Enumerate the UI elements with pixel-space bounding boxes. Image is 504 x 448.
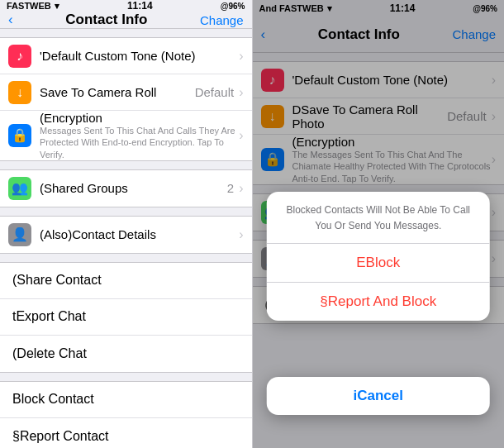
left-section-groups: 👥 (Shared Groups 2	[0, 169, 252, 207]
left-tone-content: 'Default Custom Tone (Note)	[40, 49, 239, 63]
left-tone-chevron	[239, 49, 243, 64]
left-carrier: FASTWEB	[7, 1, 51, 11]
left-wifi-icon: ▾	[55, 1, 59, 12]
music-icon	[17, 49, 23, 64]
left-plain-group2: Block Contact §Report Contact	[0, 381, 252, 448]
dialog-report-block-action[interactable]: §Report And Block	[267, 283, 490, 321]
left-row-export-chat[interactable]: tExport Chat	[0, 299, 252, 336]
left-share-contact-label: (Share Contact	[12, 273, 102, 288]
dialog-info-text: Blocked Contacts Will Not Be Able To Cal…	[286, 204, 470, 231]
left-tones-group: 'Default Custom Tone (Note) ↓ Save To Ca…	[0, 37, 252, 161]
left-plain-group1: (Share Contact tExport Chat (Delete Chat	[0, 262, 252, 373]
left-encryption-subtitle: Messages Sent To This Chat And Calls The…	[40, 125, 239, 160]
dialog-info: Blocked Contacts Will Not Be Able To Cal…	[267, 192, 490, 244]
left-groups-title: (Shared Groups	[40, 181, 227, 195]
dialog-report-block-label: §Report And Block	[320, 293, 436, 309]
left-row-encryption[interactable]: 🔒 (Encryption Messages Sent To This Chat…	[0, 111, 252, 160]
left-block-contact-label: Block Contact	[12, 392, 94, 407]
left-save-value: Default	[195, 85, 235, 99]
left-contact-details-group: 👤 (Also)Contact Details	[0, 216, 252, 254]
left-save-content: Save To Camera Roll	[40, 85, 195, 99]
dialog-cancel-action[interactable]: iCancel	[267, 377, 490, 415]
left-row-delete-chat[interactable]: (Delete Chat	[0, 336, 252, 372]
left-report-contact-label: §Report Contact	[12, 429, 109, 444]
dialog-cancel-label: iCancel	[354, 388, 403, 403]
left-groups-chevron	[239, 181, 243, 196]
left-row-shared-groups[interactable]: 👥 (Shared Groups 2	[0, 170, 252, 207]
left-save-title: Save To Camera Roll	[40, 85, 195, 99]
left-row-block-contact[interactable]: Block Contact	[0, 382, 252, 418]
contact-icon: 👤	[12, 226, 28, 242]
lock-icon: 🔒	[12, 127, 28, 143]
dialog-cancel-bar[interactable]: iCancel	[267, 377, 490, 415]
left-nav-action[interactable]: Change	[200, 13, 244, 27]
right-panel: And FASTWEB ▾ 11:14 @96% ‹ Contact Info …	[253, 0, 505, 448]
left-contact-content: (Also)Contact Details	[40, 227, 239, 241]
dialog-overlay: Blocked Contacts Will Not Be Able To Cal…	[253, 0, 505, 448]
left-groups-content: (Shared Groups	[40, 181, 227, 195]
left-export-chat-label: tExport Chat	[12, 309, 86, 324]
left-section-tones: 'Default Custom Tone (Note) ↓ Save To Ca…	[0, 37, 252, 161]
left-row-tone[interactable]: 'Default Custom Tone (Note)	[0, 38, 252, 74]
left-encryption-title: (Encryption	[40, 111, 239, 125]
left-save-icon: ↓	[8, 81, 31, 104]
group-icon: 👥	[12, 180, 28, 196]
left-status-left: FASTWEB ▾	[7, 1, 59, 12]
left-save-chevron	[239, 85, 243, 100]
left-nav-title: Contact Info	[65, 12, 147, 28]
left-contact-chevron	[239, 227, 243, 242]
save-icon: ↓	[17, 85, 23, 100]
left-battery: @96%	[221, 2, 245, 11]
left-status-bar: FASTWEB ▾ 11:14 @96%	[0, 0, 252, 12]
left-row-report-contact[interactable]: §Report Contact	[0, 418, 252, 448]
left-groups-icon: 👥	[8, 177, 31, 200]
left-row-contact-details[interactable]: 👤 (Also)Contact Details	[0, 217, 252, 253]
left-groups-value: 2	[227, 181, 234, 195]
dialog-block-label: EBlock	[356, 255, 400, 270]
left-encryption-chevron	[239, 128, 243, 143]
dialog-wrapper: Blocked Contacts Will Not Be Able To Cal…	[253, 192, 505, 423]
left-tone-title: 'Default Custom Tone (Note)	[40, 49, 239, 63]
left-section-contact-details: 👤 (Also)Contact Details	[0, 216, 252, 254]
left-time: 11:14	[127, 0, 153, 12]
left-delete-chat-label: (Delete Chat	[12, 346, 87, 361]
left-panel: FASTWEB ▾ 11:14 @96% ‹ Contact Info Chan…	[0, 0, 252, 448]
left-nav-bar: ‹ Contact Info Change	[0, 12, 252, 29]
left-encryption-content: (Encryption Messages Sent To This Chat A…	[40, 111, 239, 160]
left-row-share-contact[interactable]: (Share Contact	[0, 263, 252, 299]
left-contact-icon: 👤	[8, 223, 31, 246]
block-dialog: Blocked Contacts Will Not Be Able To Cal…	[267, 192, 490, 321]
left-encryption-icon: 🔒	[8, 124, 31, 147]
dialog-block-action[interactable]: EBlock	[267, 244, 490, 283]
left-row-save[interactable]: ↓ Save To Camera Roll Default	[0, 74, 252, 111]
left-contact-title: (Also)Contact Details	[40, 227, 239, 241]
left-groups-group: 👥 (Shared Groups 2	[0, 169, 252, 207]
left-tone-icon	[8, 45, 31, 68]
left-back-button[interactable]: ‹	[8, 12, 13, 28]
